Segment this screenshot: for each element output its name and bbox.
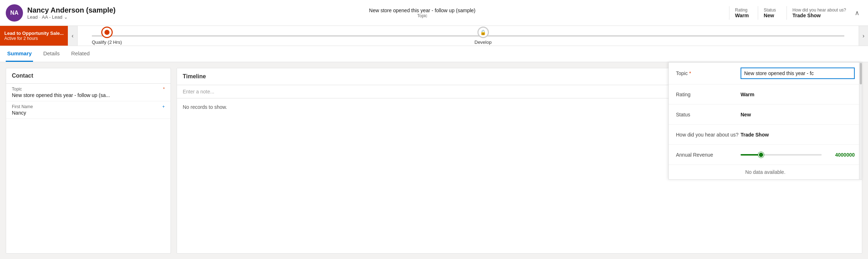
flyout-topic-input[interactable] xyxy=(741,68,855,79)
contact-card: Contact Topic * New store opened this ye… xyxy=(6,68,171,254)
firstname-field-value[interactable]: Nancy xyxy=(12,109,165,116)
avatar: NA xyxy=(6,4,23,22)
flyout-source-label: How did you hear about us? xyxy=(676,132,741,138)
status-label: Status xyxy=(764,8,781,13)
firstname-label-text: First Name xyxy=(12,104,33,109)
stage-line xyxy=(92,35,844,36)
chevron-down-icon[interactable]: ⌄ xyxy=(64,14,68,20)
header-topic: New store opened this year - follow up (… xyxy=(116,8,729,18)
revenue-slider-container: 4000000 xyxy=(741,152,855,158)
topic-field-label: Topic * xyxy=(12,87,165,92)
flyout-topic-row: Topic* xyxy=(669,63,862,84)
active-stage[interactable]: Lead to Opportunity Sale... Active for 2… xyxy=(0,26,68,46)
stage-next-button[interactable]: › xyxy=(859,26,868,46)
flyout-revenue-row: Annual Revenue 4000000 xyxy=(669,145,862,165)
flyout-no-data: No data available. xyxy=(669,165,862,179)
flyout-rating-value[interactable]: Warm xyxy=(741,92,855,97)
header-fields: Rating Warm Status New How did you hear … xyxy=(729,6,862,20)
firstname-field-label: First Name + xyxy=(12,104,165,109)
qualify-label: Qualify (2 Hrs) xyxy=(92,40,122,45)
topic-field-row: Topic * New store opened this year - fol… xyxy=(6,84,171,101)
revenue-slider-track[interactable] xyxy=(741,154,822,156)
stage-qualify[interactable]: Qualify (2 Hrs) xyxy=(92,27,122,45)
lead-label: Lead xyxy=(27,14,38,20)
develop-circle: 🔒 xyxy=(477,27,489,38)
lead-type: AA - Lead xyxy=(42,14,62,20)
lock-icon: 🔒 xyxy=(480,29,486,35)
source-field: How did you hear about us? Trade Show xyxy=(787,6,852,20)
topic-value: New store opened this year - follow up (… xyxy=(369,8,475,13)
stage-bar: Lead to Opportunity Sale... Active for 2… xyxy=(0,26,868,46)
dot-separator: · xyxy=(39,14,41,20)
header-info: Nancy Anderson (sample) Lead · AA - Lead… xyxy=(27,6,116,20)
topic-field-value[interactable]: New store opened this year - follow up (… xyxy=(12,92,165,98)
revenue-slider-value: 4000000 xyxy=(826,152,855,158)
active-stage-title: Lead to Opportunity Sale... xyxy=(4,31,64,36)
flyout-status-row: Status New xyxy=(669,105,862,125)
flyout-topic-required: * xyxy=(689,70,691,76)
tab-summary[interactable]: Summary xyxy=(6,46,33,62)
flyout-topic-label: Topic* xyxy=(676,70,741,76)
flyout-source-value[interactable]: Trade Show xyxy=(741,132,855,138)
scrollbar-thumb xyxy=(860,63,862,84)
contact-sub: Lead · AA - Lead ⌄ xyxy=(27,14,116,20)
tab-related[interactable]: Related xyxy=(70,46,91,62)
contact-name: Nancy Anderson (sample) xyxy=(27,6,116,14)
tab-details[interactable]: Details xyxy=(42,46,61,62)
rating-field: Rating Warm xyxy=(729,6,758,20)
firstname-field-row: First Name + Nancy xyxy=(6,101,171,119)
flyout-rating-row: Rating Warm xyxy=(669,84,862,105)
status-field: Status New xyxy=(758,6,787,20)
flyout-scrollbar[interactable] xyxy=(859,63,862,179)
flyout-panel: Topic* Rating Warm Status New How did yo… xyxy=(668,62,862,180)
active-stage-sub: Active for 2 hours xyxy=(4,36,64,41)
flyout-status-value[interactable]: New xyxy=(741,112,855,117)
collapse-button[interactable]: ∧ xyxy=(852,6,862,20)
stage-develop[interactable]: 🔒 Develop xyxy=(475,27,492,45)
develop-label: Develop xyxy=(475,40,492,45)
contact-card-title: Contact xyxy=(6,68,171,84)
stage-steps: Qualify (2 Hrs) 🔒 Develop xyxy=(78,26,859,46)
topic-label: Topic xyxy=(417,13,427,18)
qualify-circle xyxy=(101,27,113,38)
flyout-status-label: Status xyxy=(676,112,741,117)
firstname-required: + xyxy=(162,104,165,109)
status-value: New xyxy=(764,13,781,18)
topic-label-text: Topic xyxy=(12,87,22,92)
flyout-revenue-label: Annual Revenue xyxy=(676,152,741,158)
tabs-bar: Summary Details Related xyxy=(0,46,868,62)
source-label: How did you hear about us? xyxy=(793,8,846,13)
flyout-rating-label: Rating xyxy=(676,92,741,97)
topic-required: * xyxy=(163,87,165,92)
rating-label: Rating xyxy=(735,8,752,13)
flyout-source-row: How did you hear about us? Trade Show xyxy=(669,125,862,145)
stage-prev-button[interactable]: ‹ xyxy=(68,26,77,46)
rating-value: Warm xyxy=(735,13,752,18)
source-value: Trade Show xyxy=(793,13,846,18)
revenue-slider-thumb[interactable] xyxy=(758,152,764,158)
header-bar: NA Nancy Anderson (sample) Lead · AA - L… xyxy=(0,0,868,26)
main-content: Contact Topic * New store opened this ye… xyxy=(0,62,868,259)
